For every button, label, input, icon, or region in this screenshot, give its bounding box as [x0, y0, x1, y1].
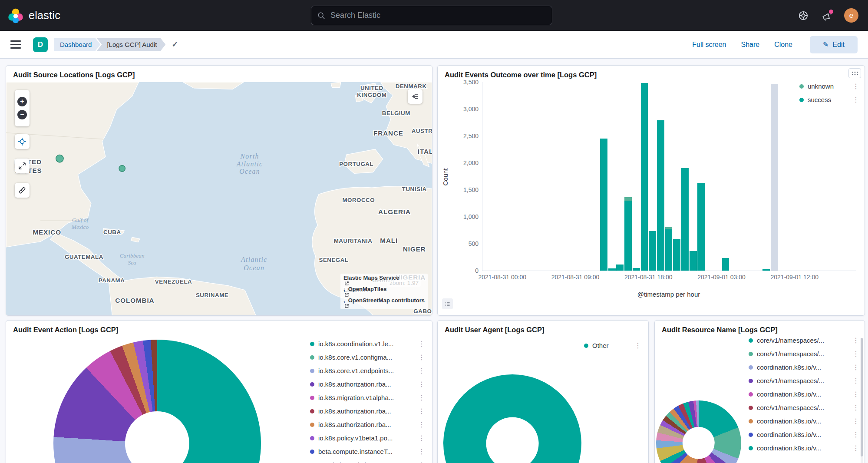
legend-item[interactable]: io.k8s.authorization.rba...⋮	[310, 418, 425, 431]
panel-options-icon[interactable]	[848, 68, 861, 78]
legend-actions-icon[interactable]: ⋮	[414, 394, 425, 402]
histogram-bar[interactable]	[600, 82, 607, 271]
resource-name-donut-chart[interactable]	[656, 400, 741, 463]
legend-item[interactable]: io.k8s.core.v1.configma...⋮	[310, 351, 425, 364]
legend-actions-icon[interactable]: ⋮	[848, 96, 859, 104]
histogram-bar[interactable]	[681, 82, 689, 271]
map-data-marker[interactable]	[56, 155, 63, 162]
user-avatar[interactable]: e	[844, 8, 858, 23]
histogram-bar[interactable]	[633, 82, 640, 271]
legend-actions-icon[interactable]: ⋮	[848, 403, 859, 412]
world-map[interactable]: UNITEDKINGDOMDENMARKBELGIUMFRANCEAUSTRIT…	[6, 82, 432, 315]
histogram-bar[interactable]	[673, 82, 680, 271]
histogram-bar[interactable]	[616, 82, 624, 271]
legend-actions-icon[interactable]: ⋮	[414, 461, 425, 463]
chart-legend: Other⋮	[584, 339, 641, 352]
legend-actions-icon[interactable]: ⋮	[414, 420, 425, 429]
legend-actions-icon[interactable]: ⋮	[848, 417, 859, 425]
histogram-plot-area[interactable]	[482, 82, 856, 271]
histogram-bar[interactable]	[771, 82, 778, 271]
help-icon[interactable]	[797, 10, 809, 22]
legend-actions-icon[interactable]: ⋮	[848, 430, 859, 439]
legend-color-dot	[749, 406, 753, 410]
legend-actions-icon[interactable]: ⋮	[848, 377, 859, 385]
zoom-out-button[interactable]: −	[17, 110, 27, 119]
user-agent-donut-chart[interactable]	[443, 374, 581, 463]
legend-item[interactable]: Other⋮	[584, 339, 641, 352]
global-search[interactable]	[311, 6, 552, 25]
map-draw-tools-button[interactable]	[15, 183, 30, 198]
legend-item[interactable]: io.k8s.coordination.v1.le...⋮	[310, 337, 425, 351]
legend-actions-icon[interactable]: ⋮	[414, 353, 425, 361]
legend-item[interactable]: core/v1/namespaces/...⋮	[749, 374, 859, 387]
legend-item[interactable]: core/v1/namespaces/...⋮	[749, 334, 859, 347]
search-input[interactable]	[330, 10, 546, 20]
histogram-bar[interactable]	[641, 82, 648, 271]
legend-scrollbar[interactable]	[861, 338, 863, 463]
legend-item[interactable]: coordination.k8s.io/v...⋮	[749, 428, 859, 441]
legend-color-dot	[310, 369, 314, 373]
clone-link[interactable]: Clone	[774, 41, 792, 49]
legend-item[interactable]: io.k8s.migration.v1alpha...⋮	[310, 391, 425, 404]
legend-actions-icon[interactable]: ⋮	[414, 447, 425, 456]
histogram-bar[interactable]	[722, 82, 729, 271]
legend-toggle-icon[interactable]	[442, 298, 453, 309]
legend-actions-icon[interactable]: ⋮	[414, 340, 425, 348]
legend-item[interactable]: io.k8s.policy.v1beta1.po...⋮	[310, 431, 425, 445]
legend-actions-icon[interactable]: ⋮	[848, 390, 859, 398]
expand-map-button[interactable]	[15, 159, 30, 173]
legend-actions-icon[interactable]: ⋮	[414, 407, 425, 415]
legend-item[interactable]: io.k8s.authorization.rba...⋮	[310, 404, 425, 418]
histogram-bar[interactable]	[697, 82, 705, 271]
histogram-bar[interactable]	[657, 82, 664, 271]
legend-actions-icon[interactable]: ⋮	[848, 350, 859, 358]
y-axis-tick-label: 3,000	[463, 106, 479, 112]
legend-item[interactable]: io.k8s.core.v1.endpoints...⋮	[310, 364, 425, 377]
histogram-bar[interactable]	[690, 82, 697, 271]
legend-color-dot	[310, 450, 314, 454]
full-screen-link[interactable]: Full screen	[692, 41, 726, 49]
share-link[interactable]: Share	[741, 41, 760, 49]
bar-segment-success	[633, 268, 640, 271]
legend-color-dot	[799, 98, 804, 102]
legend-item[interactable]: google.iam.admin.v1...⋮	[310, 458, 425, 463]
legend-item[interactable]: coordination.k8s.io/v...⋮	[749, 441, 859, 455]
map-label: MAURITANIA	[334, 238, 373, 244]
legend-actions-icon[interactable]: ⋮	[630, 341, 641, 350]
legend-item[interactable]: coordination.k8s.io/v...⋮	[749, 387, 859, 401]
legend-item[interactable]: unknown⋮	[799, 79, 859, 93]
legend-actions-icon[interactable]: ⋮	[414, 434, 425, 442]
fit-to-data-button[interactable]	[15, 134, 30, 149]
legend-item[interactable]: beta.compute.instanceT...⋮	[310, 445, 425, 458]
edit-button[interactable]: ✎ Edit	[810, 36, 858, 53]
histogram-bar[interactable]	[762, 82, 770, 271]
donut-hole	[683, 427, 715, 459]
legend-actions-icon[interactable]: ⋮	[848, 444, 859, 452]
legend-actions-icon[interactable]: ⋮	[848, 82, 859, 90]
menu-icon[interactable]	[10, 40, 21, 49]
bar-segment-success	[762, 269, 770, 271]
event-action-donut-chart[interactable]	[53, 340, 261, 463]
histogram-bar[interactable]	[608, 82, 616, 271]
legend-item[interactable]: io.k8s.authorization.rba...⋮	[310, 377, 425, 391]
collapse-layers-icon[interactable]	[408, 89, 422, 104]
legend-actions-icon[interactable]: ⋮	[848, 363, 859, 371]
map-attribution-link[interactable]: OpenStreetMap contributors	[343, 297, 425, 308]
x-axis-title: @timestamp per hour	[482, 291, 855, 298]
legend-actions-icon[interactable]: ⋮	[414, 367, 425, 375]
legend-item[interactable]: core/v1/namespaces/...⋮	[749, 347, 859, 360]
map-label: North	[240, 152, 259, 160]
legend-actions-icon[interactable]: ⋮	[848, 336, 859, 344]
map-data-marker[interactable]	[119, 165, 125, 172]
legend-actions-icon[interactable]: ⋮	[414, 380, 425, 388]
breadcrumb-dashboard[interactable]: Dashboard	[54, 38, 100, 51]
histogram-bar[interactable]	[649, 82, 656, 271]
newsfeed-icon[interactable]	[821, 10, 833, 22]
zoom-in-button[interactable]: +	[17, 97, 27, 106]
histogram-bar[interactable]	[624, 82, 632, 271]
histogram-bar[interactable]	[665, 82, 673, 271]
legend-item[interactable]: success⋮	[799, 93, 859, 106]
legend-item[interactable]: core/v1/namespaces/...⋮	[749, 401, 859, 414]
legend-item[interactable]: coordination.k8s.io/v...⋮	[749, 360, 859, 374]
legend-item[interactable]: coordination.k8s.io/v...⋮	[749, 414, 859, 428]
